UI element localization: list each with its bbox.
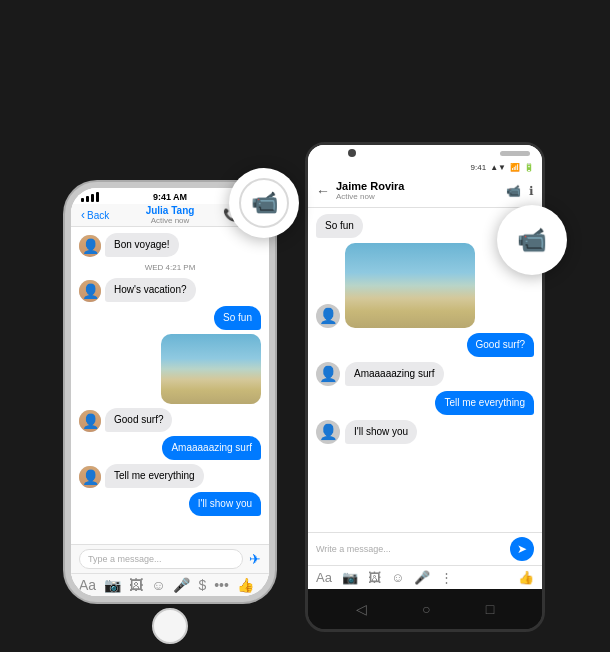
- message-text: Tell me everything: [444, 397, 525, 408]
- avatar: [79, 410, 101, 432]
- android-text-icon[interactable]: Aa: [316, 570, 332, 585]
- dollar-icon[interactable]: $: [198, 577, 206, 593]
- status-time: 9:41 AM: [153, 192, 187, 202]
- table-row: Bon voyage!: [79, 233, 261, 257]
- android-video-call-icon: 📹: [517, 226, 547, 254]
- contact-name-text: Julia Tang: [146, 205, 195, 216]
- message-bubble: How's vacation?: [105, 278, 196, 302]
- avatar-image: [79, 466, 101, 488]
- iphone-video-bubble[interactable]: 📹: [229, 168, 299, 238]
- android-send-button[interactable]: ➤: [510, 537, 534, 561]
- message-text: Good surf?: [114, 414, 163, 425]
- message-bubble: Good surf?: [467, 333, 534, 357]
- android-home-circle[interactable]: ○: [422, 601, 430, 617]
- list-item: Good surf?: [316, 333, 534, 357]
- bar3: [91, 194, 94, 202]
- android-recents-square[interactable]: □: [486, 601, 494, 617]
- chevron-left-icon: ‹: [81, 208, 85, 222]
- bar1: [81, 198, 84, 202]
- contact-name[interactable]: Julia Tang Active now: [146, 205, 195, 225]
- message-text: So fun: [325, 220, 354, 231]
- message-bubble: Amaaaaazing surf: [162, 436, 261, 460]
- chat-image: [345, 243, 475, 328]
- table-row: Good surf?: [79, 408, 261, 432]
- android-video-bubble[interactable]: 📹: [497, 205, 567, 275]
- avatar-image: [79, 410, 101, 432]
- android-emoji-icon[interactable]: ☺: [391, 570, 404, 585]
- avatar: [316, 304, 340, 328]
- message-text: I'll show you: [354, 426, 408, 437]
- contact-status: Active now: [146, 216, 195, 225]
- android-gallery-icon[interactable]: 🖼: [368, 570, 381, 585]
- message-text: Amaaaaazing surf: [171, 442, 252, 453]
- android-video-icon[interactable]: 📹: [506, 184, 521, 198]
- home-button[interactable]: [152, 608, 188, 644]
- touch-indicator: [239, 178, 289, 228]
- message-bubble: Amaaaaazing surf: [345, 362, 444, 386]
- bar2: [86, 196, 89, 202]
- android-contact-status: Active now: [336, 192, 500, 201]
- list-item: So fun: [316, 214, 363, 238]
- table-row: [79, 334, 261, 404]
- table-row: Amaaaaazing surf: [79, 436, 261, 460]
- bar4: [96, 192, 99, 202]
- more-icon[interactable]: •••: [214, 577, 229, 593]
- table-row: How's vacation?: [79, 278, 261, 302]
- message-text: Good surf?: [476, 339, 525, 350]
- android-camera-icon[interactable]: 📷: [342, 570, 358, 585]
- message-text: I'll show you: [198, 498, 252, 509]
- message-text: So fun: [223, 312, 252, 323]
- android-back-button[interactable]: ←: [316, 183, 330, 199]
- back-label: Back: [87, 210, 109, 221]
- android-contact-name: Jaime Rovira: [336, 180, 500, 192]
- android-device: 📹 9:41 ▲▼ 📶 🔋 ← Jaime Rovira Active now: [305, 142, 545, 632]
- android-navbar: ← Jaime Rovira Active now 📹 ℹ: [308, 174, 542, 208]
- message-bubble: So fun: [214, 306, 261, 330]
- android-top-bar: [308, 145, 542, 161]
- avatar: [316, 420, 340, 444]
- message-text: Amaaaaazing surf: [354, 368, 435, 379]
- message-bubble: Tell me everything: [105, 464, 204, 488]
- android-back-triangle[interactable]: ◁: [356, 601, 367, 617]
- message-bubble: I'll show you: [345, 420, 417, 444]
- list-item: Tell me everything: [316, 391, 534, 415]
- date-divider: WED 4:21 PM: [79, 261, 261, 274]
- avatar-image: [79, 280, 101, 302]
- android-mic-icon[interactable]: 🎤: [414, 570, 430, 585]
- android-info-icon[interactable]: ℹ: [529, 184, 534, 198]
- iphone-chat-body: Bon voyage! WED 4:21 PM How's vacation?: [71, 227, 269, 544]
- front-camera: [348, 149, 356, 157]
- camera-icon[interactable]: 📷: [104, 577, 121, 593]
- avatar: [316, 362, 340, 386]
- android-contact-info: Jaime Rovira Active now: [336, 180, 500, 201]
- iphone-bottom-toolbar: Aa 📷 🖼 ☺ 🎤 $ ••• 👍: [71, 573, 269, 596]
- emoji-icon[interactable]: ☺: [151, 577, 165, 593]
- message-bubble: Bon voyage!: [105, 233, 179, 257]
- android-statusbar: 9:41 ▲▼ 📶 🔋: [308, 161, 542, 174]
- send-icon[interactable]: ✈: [249, 551, 261, 567]
- chat-image: [161, 334, 261, 404]
- android-bottom-icons: Aa 📷 🖼 ☺ 🎤 ⋮ 👍: [308, 565, 542, 589]
- signal-indicator: [81, 192, 99, 202]
- list-item: I'll show you: [316, 420, 534, 444]
- avatar-image: [79, 235, 101, 257]
- table-row: I'll show you: [79, 492, 261, 516]
- android-like-icon[interactable]: 👍: [518, 570, 534, 585]
- message-text: Bon voyage!: [114, 239, 170, 250]
- android-more-icon[interactable]: ⋮: [440, 570, 453, 585]
- sticker-icon[interactable]: 🖼: [129, 577, 143, 593]
- wifi-indicator: ▲▼: [490, 163, 506, 172]
- message-bubble: I'll show you: [189, 492, 261, 516]
- android-screen: 9:41 ▲▼ 📶 🔋 ← Jaime Rovira Active now 📹 …: [308, 145, 542, 589]
- iphone-screen: 9:41 AM ‹ Back Julia Tang Active now 📞 📹: [71, 188, 269, 596]
- android-message-input[interactable]: Write a message...: [316, 537, 504, 561]
- message-text: Tell me everything: [114, 470, 195, 481]
- like-icon[interactable]: 👍: [237, 577, 254, 593]
- back-button[interactable]: ‹ Back: [81, 208, 109, 222]
- mic-icon[interactable]: 🎤: [173, 577, 190, 593]
- message-input[interactable]: Type a message...: [79, 549, 243, 569]
- message-bubble: Tell me everything: [435, 391, 534, 415]
- beach-image: [345, 243, 475, 328]
- iphone-input-bar: Type a message... ✈: [71, 544, 269, 573]
- text-icon[interactable]: Aa: [79, 577, 96, 593]
